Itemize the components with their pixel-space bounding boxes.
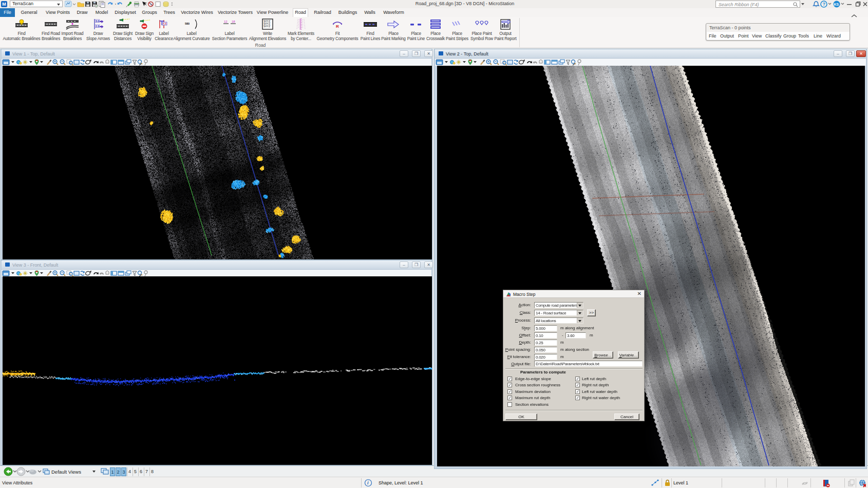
- svg-text:18: 18: [232, 20, 235, 23]
- svg-text:KS: KS: [834, 3, 839, 6]
- svg-text:4.8: 4.8: [163, 22, 166, 25]
- svg-text:580: 580: [185, 22, 190, 25]
- svg-text:SXYZ: SXYZ: [263, 25, 271, 28]
- svg-text:12: 12: [224, 20, 228, 23]
- svg-text:?: ?: [822, 2, 825, 7]
- svg-text:i: i: [367, 480, 369, 485]
- svg-text:3.0: 3.0: [96, 20, 99, 23]
- svg-text:2.6: 2.6: [96, 25, 99, 28]
- svg-text:R: R: [336, 24, 339, 29]
